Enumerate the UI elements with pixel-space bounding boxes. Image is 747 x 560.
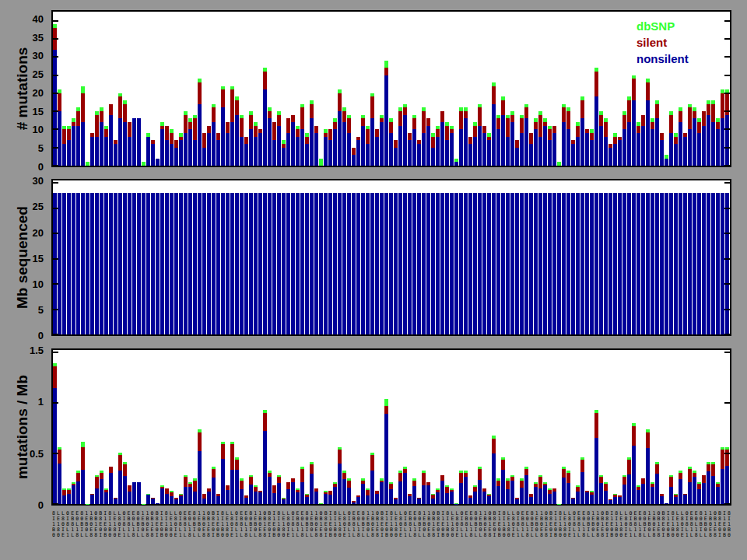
bar-segment — [716, 122, 720, 129]
bar-segment — [282, 499, 286, 504]
bar-segment — [104, 193, 108, 334]
bar-segment — [81, 193, 85, 334]
bar-stack — [123, 193, 127, 334]
bar-segment — [496, 486, 500, 504]
bar-segment — [431, 193, 435, 334]
bar-segment — [487, 496, 491, 504]
bar-segment — [510, 115, 514, 122]
bar-segment — [552, 133, 556, 166]
bar-stack — [128, 460, 132, 504]
bar-stack — [361, 453, 365, 504]
bar-stack — [665, 493, 668, 504]
bar-segment — [389, 489, 393, 504]
bar-stack — [613, 471, 617, 504]
bar-segment — [156, 159, 160, 166]
bar-segment — [165, 488, 169, 494]
bar-segment — [67, 494, 71, 504]
bar-stack — [310, 439, 314, 504]
bar-stack — [529, 133, 533, 166]
bar-segment — [618, 140, 622, 166]
y-tick-mark — [724, 110, 730, 112]
bar-segment — [697, 489, 701, 504]
bar-segment — [594, 72, 598, 97]
bar-stack — [160, 460, 164, 504]
bar-segment — [408, 133, 412, 140]
bar-segment — [693, 118, 696, 166]
bar-segment — [380, 122, 384, 166]
bar-stack — [109, 443, 113, 504]
bar-stack — [366, 464, 370, 504]
bar-stack — [506, 115, 510, 166]
bar-segment — [254, 126, 258, 137]
bar-segment — [562, 478, 566, 504]
bar-stack — [202, 471, 206, 504]
bar-segment — [431, 499, 435, 504]
bar-stack — [146, 133, 150, 166]
bar-segment — [641, 193, 645, 334]
bar-segment — [679, 479, 682, 504]
bar-segment — [184, 115, 188, 133]
bar-segment — [566, 193, 570, 334]
bar-stack — [534, 118, 538, 166]
bar-segment — [342, 473, 346, 479]
bar-segment — [58, 464, 61, 504]
bar-segment — [674, 144, 678, 166]
bar-segment — [464, 118, 468, 166]
bar-stack — [165, 464, 169, 504]
bar-segment — [109, 193, 113, 334]
bar-stack — [370, 432, 374, 504]
bar-segment — [235, 470, 239, 504]
bar-segment — [384, 68, 388, 75]
bar-stack — [599, 193, 603, 334]
bar-segment — [128, 122, 132, 137]
bar-segment — [436, 129, 440, 136]
bar-segment — [641, 115, 645, 126]
bar-stack — [221, 193, 225, 334]
bar-stack — [258, 467, 262, 504]
bar-stack — [58, 428, 61, 504]
bar-segment — [226, 490, 230, 504]
bar-segment — [478, 480, 482, 504]
bar-segment — [468, 137, 472, 144]
bar-segment — [702, 475, 706, 483]
bar-segment — [599, 483, 603, 504]
sample-label: 8I1B0 — [727, 510, 731, 537]
bar-stack — [669, 111, 673, 166]
bar-stack — [618, 475, 622, 504]
bar-segment — [230, 444, 234, 470]
bar-segment — [716, 487, 720, 504]
bar-stack — [258, 193, 262, 334]
bar-stack — [137, 457, 141, 504]
bar-segment — [711, 464, 715, 476]
bar-stack — [711, 439, 715, 504]
bar-segment — [254, 137, 258, 166]
bar-segment — [356, 140, 360, 166]
bar-segment — [669, 193, 673, 334]
bar-stack — [72, 118, 75, 166]
bar-segment — [212, 469, 216, 478]
bar-segment — [328, 140, 332, 166]
bar-segment — [235, 115, 239, 166]
bar-segment — [534, 122, 538, 129]
bar-segment — [688, 193, 692, 334]
bar-segment — [669, 477, 673, 486]
bar-segment — [286, 133, 290, 166]
bar-segment — [688, 107, 692, 129]
bar-stack — [333, 118, 337, 166]
bar-segment — [198, 193, 202, 334]
bar-segment — [445, 487, 449, 493]
bar-stack — [226, 122, 230, 166]
bar-stack — [632, 75, 636, 166]
bar-segment — [394, 193, 398, 334]
bar-stack — [580, 96, 584, 166]
bar-segment — [338, 464, 342, 504]
bar-segment — [282, 148, 286, 166]
y-tick-mark — [53, 20, 58, 22]
bar-segment — [114, 193, 117, 334]
bar-segment — [118, 471, 122, 504]
bar-segment — [370, 118, 374, 166]
bar-stack — [361, 193, 365, 334]
bar-stack — [637, 122, 640, 166]
bar-stack — [333, 457, 337, 504]
bar-segment — [380, 193, 384, 334]
